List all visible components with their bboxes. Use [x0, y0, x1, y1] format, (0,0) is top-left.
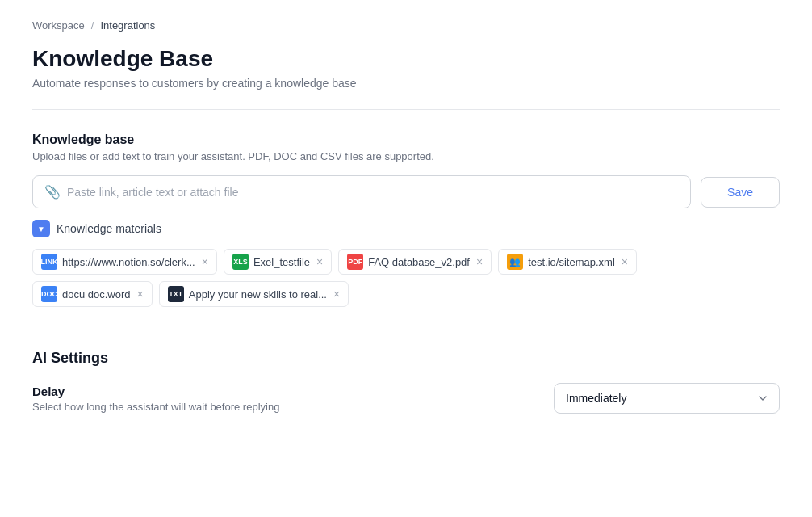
tag-exel: XLS Exel_testfile ×: [224, 249, 332, 275]
tag-close-docu[interactable]: ×: [137, 288, 144, 300]
delay-select-wrapper: Immediately 5 seconds 10 seconds 30 seco…: [554, 383, 780, 414]
tag-close-exel[interactable]: ×: [316, 256, 323, 267]
tag-icon-xls: XLS: [232, 254, 249, 270]
dropdown-arrow-icon[interactable]: ▼: [32, 220, 50, 237]
page-subtitle: Automate responses to customers by creat…: [32, 77, 780, 90]
delay-row: Delay Select how long the assistant will…: [32, 383, 780, 414]
delay-select[interactable]: Immediately 5 seconds 10 seconds 30 seco…: [554, 383, 780, 414]
tag-notion: LINK https://www.notion.so/clerk... ×: [32, 249, 217, 275]
delay-desc: Select how long the assistant will wait …: [32, 401, 279, 413]
knowledge-base-section: Knowledge base Upload files or add text …: [32, 132, 780, 307]
paperclip-icon: 📎: [44, 184, 61, 200]
tag-icon-doc: DOC: [41, 286, 57, 302]
breadcrumb-workspace[interactable]: Workspace: [32, 19, 85, 32]
tag-label-faq: FAQ database_v2.pdf: [368, 256, 470, 268]
section-title: Knowledge base: [32, 132, 780, 147]
tag-label-apply: Apply your new skills to real...: [189, 288, 327, 301]
knowledge-materials-row: ▼ Knowledge materials: [32, 220, 780, 237]
ai-settings-section: AI Settings Delay Select how long the as…: [32, 350, 780, 414]
breadcrumb-separator: /: [91, 19, 94, 32]
tag-close-notion[interactable]: ×: [202, 256, 208, 267]
tag-sitemap: 👥 test.io/sitemap.xml ×: [498, 249, 637, 275]
tag-apply: TXT Apply your new skills to real... ×: [159, 281, 349, 307]
tag-close-faq[interactable]: ×: [476, 256, 483, 267]
breadcrumb-current: Integrations: [100, 19, 155, 32]
knowledge-input[interactable]: 📎 Paste link, article text or attach fil…: [32, 175, 691, 208]
tag-faq: PDF FAQ database_v2.pdf ×: [338, 249, 492, 275]
page-title: Knowledge Base: [32, 46, 780, 72]
tag-icon-link: LINK: [41, 254, 57, 270]
delay-left: Delay Select how long the assistant will…: [32, 385, 279, 413]
save-button[interactable]: Save: [701, 177, 780, 208]
tag-label-sitemap: test.io/sitemap.xml: [528, 256, 615, 268]
breadcrumb: Workspace / Integrations: [32, 19, 780, 32]
tag-docu: DOC docu doc.word ×: [32, 281, 153, 307]
knowledge-materials-label: Knowledge materials: [57, 222, 161, 235]
page-container: Workspace / Integrations Knowledge Base …: [0, 0, 812, 517]
header-divider: [32, 109, 780, 110]
delay-title: Delay: [32, 385, 279, 398]
section-desc: Upload files or add text to train your a…: [32, 150, 780, 162]
tag-label-docu: docu doc.word: [62, 288, 131, 301]
tag-close-sitemap[interactable]: ×: [622, 256, 628, 267]
input-placeholder: Paste link, article text or attach file: [67, 186, 238, 199]
input-row: 📎 Paste link, article text or attach fil…: [32, 175, 780, 208]
tag-icon-pdf: PDF: [347, 254, 363, 270]
tag-label-exel: Exel_testfile: [253, 256, 310, 268]
tags-row-1: LINK https://www.notion.so/clerk... × XL…: [32, 249, 780, 275]
tag-icon-txt: TXT: [168, 286, 184, 302]
tag-close-apply[interactable]: ×: [333, 288, 340, 300]
tag-icon-sitemap: 👥: [507, 254, 523, 270]
tags-row-2: DOC docu doc.word × TXT Apply your new s…: [32, 281, 780, 307]
tag-label-notion: https://www.notion.so/clerk...: [62, 256, 195, 268]
section-divider: [32, 330, 780, 330]
ai-settings-title: AI Settings: [32, 350, 780, 367]
